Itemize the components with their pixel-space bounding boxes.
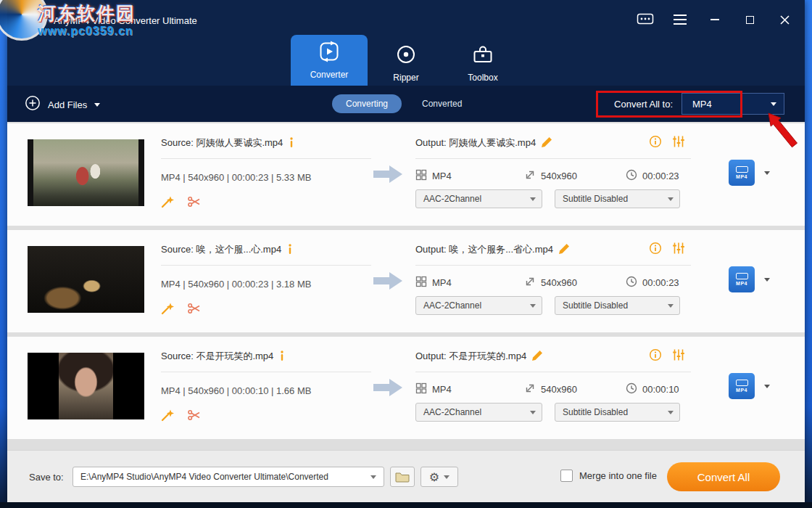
file-list: Source: 阿姨做人要诚实.mp4 MP4 | 540x960 | 00:0… — [7, 122, 805, 450]
converting-label: Converting — [346, 99, 388, 109]
target-format-button[interactable]: MP4 — [729, 373, 755, 399]
rename-pencil-icon[interactable] — [532, 350, 543, 363]
source-column: Source: 阿姨做人要诚实.mp4 MP4 | 540x960 | 00:0… — [161, 135, 378, 211]
output-resolution: 540x960 — [541, 384, 577, 395]
chevron-down-icon[interactable] — [370, 475, 376, 479]
output-format: MP4 — [432, 384, 452, 395]
feedback-icon[interactable] — [637, 11, 654, 28]
output-column: Output: 唉，这个服务...省心.mp4 MP4 540x960 — [415, 242, 695, 315]
settings-sliders-icon[interactable] — [672, 242, 685, 258]
tab-converter[interactable]: Converter — [291, 35, 368, 86]
info-circle-icon[interactable] — [649, 135, 662, 151]
output-duration: 00:00:23 — [642, 277, 679, 288]
cut-scissors-icon[interactable] — [188, 409, 201, 424]
add-files-button[interactable]: Add Files — [25, 95, 100, 114]
rename-pencil-icon[interactable] — [542, 136, 552, 149]
output-label: Output: 阿姨做人要诚实.mp4 — [415, 136, 536, 149]
flow-arrow-icon — [373, 378, 402, 400]
output-label: Output: 不是开玩笑的.mp4 — [415, 350, 526, 363]
merge-into-one-file-option[interactable]: Merge into one file — [560, 470, 657, 482]
format-grid-icon — [415, 276, 427, 290]
merge-label: Merge into one file — [579, 470, 657, 481]
info-icon[interactable] — [287, 244, 293, 256]
audio-select[interactable]: AAC-2Channel — [415, 189, 542, 208]
video-thumbnail[interactable] — [28, 139, 144, 206]
menu-icon[interactable] — [671, 11, 689, 28]
file-row: Source: 不是开玩笑的.mp4 MP4 | 540x960 | 00:00… — [7, 337, 805, 439]
tab-ripper[interactable]: Ripper — [368, 41, 444, 86]
device-screen-icon — [736, 166, 748, 173]
target-format-button[interactable]: MP4 — [729, 160, 755, 186]
output-resolution: 540x960 — [541, 171, 577, 181]
convert-all-to-select[interactable]: MP4 — [682, 93, 784, 115]
audio-select[interactable]: AAC-2Channel — [415, 403, 542, 422]
output-column: Output: 不是开玩笑的.mp4 MP4 540x960 — [415, 348, 695, 422]
divider — [415, 265, 691, 266]
output-resolution: 540x960 — [541, 277, 577, 288]
file-meta: MP4 | 540x960 | 00:00:23 | 3.18 MB — [161, 279, 378, 293]
tab-toolbox[interactable]: Toolbox — [444, 41, 521, 86]
add-files-caret-icon[interactable] — [94, 103, 100, 107]
info-icon[interactable] — [279, 351, 285, 363]
output-format: MP4 — [432, 277, 452, 288]
desktop-bottom-strip — [0, 502, 812, 508]
target-format-caret-icon[interactable] — [764, 171, 770, 175]
chevron-down-icon — [530, 304, 536, 308]
effects-wand-icon[interactable] — [161, 195, 175, 211]
audio-select[interactable]: AAC-2Channel — [415, 296, 542, 315]
merge-checkbox[interactable] — [560, 470, 573, 482]
cut-scissors-icon[interactable] — [188, 303, 201, 317]
settings-button[interactable]: ⚙ — [420, 467, 458, 487]
video-thumbnail[interactable] — [28, 246, 144, 313]
source-label: Source: 唉，这个服...心.mp4 — [161, 243, 281, 256]
subtitle-value: Subtitle Disabled — [563, 300, 668, 311]
source-column: Source: 不是开玩笑的.mp4 MP4 | 540x960 | 00:00… — [161, 348, 378, 425]
target-format-caret-icon[interactable] — [764, 278, 770, 282]
source-column: Source: 唉，这个服...心.mp4 MP4 | 540x960 | 00… — [161, 242, 378, 318]
close-button[interactable] — [776, 11, 793, 28]
effects-wand-icon[interactable] — [161, 302, 175, 318]
converted-tab[interactable]: Converted — [422, 99, 462, 109]
convert-all-to-group: Convert All to: MP4 — [614, 93, 784, 115]
save-path-input[interactable]: E:\AnyMP4 Studio\AnyMP4 Video Converter … — [72, 467, 384, 487]
subtitle-select[interactable]: Subtitle Disabled — [555, 296, 680, 315]
audio-value: AAC-2Channel — [423, 300, 530, 311]
format-grid-icon — [415, 382, 427, 396]
file-toolbar: Add Files Converting Converted Convert A… — [7, 86, 805, 122]
converting-tab[interactable]: Converting — [332, 94, 402, 113]
chevron-down-icon — [771, 102, 776, 106]
maximize-button[interactable] — [741, 11, 758, 28]
plus-circle-icon — [25, 95, 41, 114]
subtitle-select[interactable]: Subtitle Disabled — [555, 189, 680, 208]
convert-all-button[interactable]: Convert All — [667, 462, 780, 491]
output-duration: 00:00:10 — [642, 384, 679, 395]
chevron-down-icon — [530, 197, 536, 201]
target-format-button[interactable]: MP4 — [729, 266, 755, 292]
chevron-down-icon — [668, 411, 674, 414]
effects-wand-icon[interactable] — [161, 409, 175, 425]
chevron-down-icon — [444, 475, 450, 479]
tab-ripper-label: Ripper — [393, 73, 418, 83]
output-column: Output: 阿姨做人要诚实.mp4 MP4 540x960 — [415, 135, 695, 208]
cut-scissors-icon[interactable] — [188, 196, 201, 210]
info-circle-icon[interactable] — [649, 348, 662, 364]
footer-bar: Save to: E:\AnyMP4 Studio\AnyMP4 Video C… — [7, 450, 805, 502]
main-nav: Converter Ripper Toolbox — [7, 41, 805, 86]
minimize-button[interactable] — [706, 11, 724, 28]
divider — [415, 372, 691, 372]
info-circle-icon[interactable] — [649, 242, 662, 258]
target-format-label: MP4 — [736, 281, 747, 286]
open-folder-button[interactable] — [390, 467, 415, 487]
file-meta: MP4 | 540x960 | 00:00:23 | 5.33 MB — [161, 172, 378, 187]
subtitle-select[interactable]: Subtitle Disabled — [555, 403, 680, 422]
info-icon[interactable] — [289, 137, 294, 149]
rename-pencil-icon[interactable] — [559, 243, 570, 256]
settings-sliders-icon[interactable] — [672, 348, 685, 364]
source-label: Source: 阿姨做人要诚实.mp4 — [161, 136, 283, 149]
settings-sliders-icon[interactable] — [672, 135, 685, 151]
video-thumbnail[interactable] — [28, 353, 144, 419]
audio-value: AAC-2Channel — [423, 407, 530, 417]
target-format-caret-icon[interactable] — [764, 385, 770, 388]
gear-icon: ⚙ — [429, 470, 439, 484]
divider — [415, 158, 691, 159]
